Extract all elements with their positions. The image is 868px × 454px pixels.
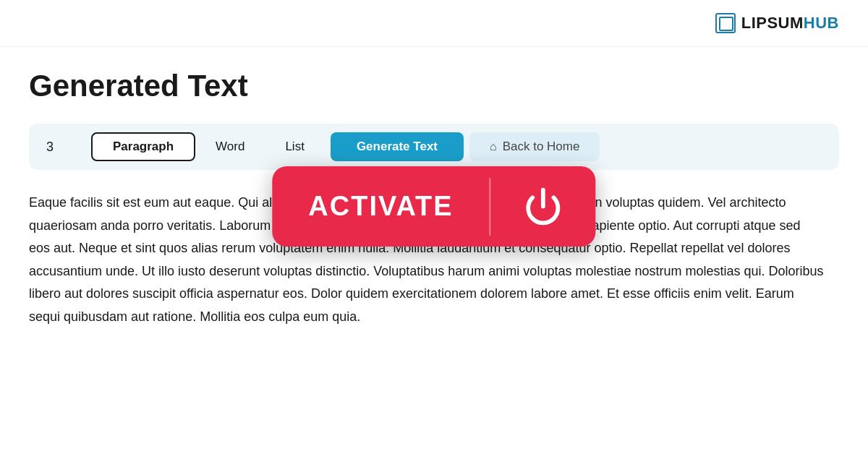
home-button[interactable]: ⌂ Back to Home <box>469 132 600 161</box>
paragraph-button[interactable]: Paragraph <box>91 132 195 161</box>
logo: LIPSUMHUB <box>715 13 839 33</box>
logo-hub: HUB <box>804 14 839 32</box>
word-button[interactable]: Word <box>195 134 265 160</box>
power-icon <box>524 187 563 226</box>
activate-power-button[interactable] <box>491 166 596 247</box>
home-label: Back to Home <box>503 140 580 154</box>
header: LIPSUMHUB <box>0 0 868 47</box>
activate-label[interactable]: ACTIVATE <box>272 171 489 242</box>
logo-icon <box>715 13 736 33</box>
page-title: Generated Text <box>29 69 839 103</box>
list-button[interactable]: List <box>265 134 324 160</box>
generate-button[interactable]: Generate Text <box>331 132 464 161</box>
count-input[interactable] <box>41 137 91 158</box>
home-icon: ⌂ <box>490 140 497 153</box>
activate-overlay[interactable]: ACTIVATE <box>272 166 595 247</box>
logo-text: LIPSUMHUB <box>741 14 839 33</box>
toolbar: Paragraph Word List Generate Text ⌂ Back… <box>29 124 839 170</box>
logo-lipsum: LIPSUM <box>741 14 804 32</box>
